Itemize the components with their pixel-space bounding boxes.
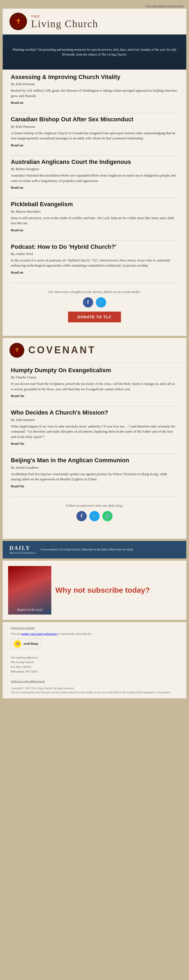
cov-articles: Humpty Dumpty On Evangelicalism By Charl… bbox=[3, 363, 186, 533]
lc-banner-text: Planning worship? Get preaching and teac… bbox=[3, 45, 186, 60]
devotionals-text: A free ministry of Living Church. Subscr… bbox=[40, 547, 134, 552]
cov-article-2-body: What might happen if we were to take ser… bbox=[11, 424, 178, 440]
cov-article-3-title: Beijing's Man in the Anglican Communion bbox=[11, 457, 178, 464]
article-2-title: Canadian Bishop Out After Sex Misconduct bbox=[11, 116, 178, 123]
donate-button[interactable]: Donate to TLC bbox=[68, 312, 121, 322]
subscribe-inner: Rejoice in the Lord Why not subscribe to… bbox=[8, 566, 181, 614]
footer-address-name: The Living Church bbox=[11, 660, 178, 665]
article-5-author: By Amber Noel bbox=[11, 252, 178, 256]
add-to-address-link[interactable]: Add us to your address book bbox=[11, 679, 45, 683]
cov-article-2-title: Who Decides A Church's Mission? bbox=[11, 409, 178, 416]
cov-article-2-author: By John Hartnett bbox=[11, 418, 178, 422]
cov-logo-text: COVENANT bbox=[28, 344, 96, 356]
cov-social-section: Follow us and never miss our daily blog:… bbox=[11, 500, 178, 529]
subscribe-headline: Why not subscribe today? bbox=[55, 586, 181, 595]
twitter-icon[interactable]: 🐦 bbox=[96, 297, 106, 307]
article-1: Assessing & Improving Church Vitality By… bbox=[11, 73, 178, 109]
cov-social-icons: f 🐦 🔗 bbox=[11, 511, 178, 521]
lc-banner-image[interactable]: Planning worship? Get preaching and teac… bbox=[3, 35, 186, 70]
lc-social-section: For more news straight to your device, f… bbox=[11, 286, 178, 326]
footer: Forward to a Friend You can update your … bbox=[3, 622, 186, 698]
article-5-title: Podcast: How to Do 'Hybrid Church?' bbox=[11, 243, 178, 250]
cov-article-2-read-on[interactable]: Read On bbox=[11, 441, 24, 446]
article-3-body: Australia's National Reconciliation Week… bbox=[11, 173, 178, 183]
cov-twitter-icon[interactable]: 🐦 bbox=[90, 511, 99, 521]
lc-social-icons: f 🐦 bbox=[11, 297, 178, 307]
mailchimp-icon: 🐵 bbox=[14, 640, 21, 648]
cov-article-1-read-on[interactable]: Read On bbox=[11, 394, 24, 398]
article-3-title: Australian Anglicans Court the Indigenou… bbox=[11, 159, 178, 165]
cov-header: COVENANT bbox=[3, 338, 186, 363]
article-4-title: Pickleball Evangelism bbox=[11, 201, 178, 208]
cov-logo-icon bbox=[10, 343, 24, 358]
article-2-read-on[interactable]: Read on bbox=[11, 143, 23, 148]
footer-copyright: Copyright © 2021 The Living Church. All … bbox=[11, 686, 178, 694]
cov-article-3-author: By David Goodhew bbox=[11, 466, 178, 470]
cov-article-1-body: If you do not start from the Scriptures,… bbox=[11, 381, 178, 391]
article-2: Canadian Bishop Out After Sex Misconduct… bbox=[11, 116, 178, 151]
devotionals-daily-label: DAILY bbox=[10, 545, 37, 551]
devotionals-logo: DAILY DEVOTIONALS bbox=[10, 545, 37, 554]
cov-article-1: Humpty Dumpty On Evangelicalism By Charl… bbox=[11, 367, 178, 402]
devotionals-label: DEVOTIONALS bbox=[10, 551, 37, 554]
lc-logo-text: The Living Church bbox=[31, 14, 98, 29]
cov-article-1-author: By Charlie Clauss bbox=[11, 375, 178, 380]
article-4: Pickleball Evangelism By Marcia Hotchkis… bbox=[11, 201, 178, 236]
facebook-icon[interactable]: f bbox=[83, 297, 93, 307]
cov-article-3-read-on[interactable]: Read On bbox=[11, 484, 24, 488]
subscribe-img-label: Rejoice in the Lord bbox=[17, 608, 42, 612]
cov-link-icon[interactable]: 🔗 bbox=[103, 511, 112, 521]
view-in-browser-link[interactable]: View this email in your browser bbox=[146, 4, 184, 7]
lc-articles: Assessing & Improving Church Vitality By… bbox=[3, 70, 186, 331]
mailchimp-badge: 🐵 mailchimp bbox=[11, 638, 41, 649]
devotionals-banner: DAILY DEVOTIONALS A free ministry of Liv… bbox=[3, 541, 186, 558]
article-1-body: Backed by a $1 million Lilly grant, the … bbox=[11, 88, 178, 99]
forward-link[interactable]: Forward to a Friend bbox=[11, 626, 35, 629]
cov-article-3-body: Archbishop Paul Kwong has consistently s… bbox=[11, 471, 178, 482]
article-5-body: In the second of a series of podcasts on… bbox=[11, 258, 178, 268]
living-church-section: The Living Church Planning worship? Get … bbox=[3, 9, 186, 336]
article-2-body: A former bishop of the Anglican Church o… bbox=[11, 130, 178, 141]
subscribe-text: Why not subscribe today? bbox=[55, 586, 181, 595]
lc-logo-icon bbox=[10, 13, 27, 30]
lc-social-text: For more news straight to your device, f… bbox=[11, 290, 178, 294]
article-2-author: By Kirk Petersen bbox=[11, 124, 178, 129]
article-3-read-on[interactable]: Read on bbox=[11, 185, 23, 190]
article-4-author: By Marcia Hotchkiss bbox=[11, 209, 178, 214]
subscribe-section: Rejoice in the Lord Why not subscribe to… bbox=[3, 561, 186, 620]
footer-links: Forward to a Friend bbox=[11, 626, 178, 629]
footer-address-city: Milwaukee, WI 53203 bbox=[11, 669, 178, 674]
article-1-author: By Kirk Petersen bbox=[11, 82, 178, 86]
article-5-read-on[interactable]: Read on bbox=[11, 270, 23, 275]
article-4-read-on[interactable]: Read on bbox=[11, 228, 23, 232]
cov-article-3: Beijing's Man in the Anglican Communion … bbox=[11, 457, 178, 492]
footer-address: Our mailing address is: The Living Churc… bbox=[11, 655, 178, 684]
article-3: Australian Anglicans Court the Indigenou… bbox=[11, 159, 178, 194]
article-4-body: Jesus is still attractive, even in the m… bbox=[11, 215, 178, 226]
lc-logo-main: Living Church bbox=[31, 19, 98, 29]
article-1-title: Assessing & Improving Church Vitality bbox=[11, 73, 178, 81]
subscribe-image: Rejoice in the Lord bbox=[8, 566, 51, 614]
cov-article-1-title: Humpty Dumpty On Evangelicalism bbox=[11, 367, 178, 374]
cov-article-2: Who Decides A Church's Mission? By John … bbox=[11, 409, 178, 450]
covenant-section: COVENANT Humpty Dumpty On Evangelicalism… bbox=[3, 338, 186, 539]
footer-prefs-text: You can update your email preferences or… bbox=[11, 632, 178, 635]
article-3-author: By Robyn Douglass bbox=[11, 167, 178, 171]
mailchimp-label: mailchimp bbox=[24, 642, 38, 646]
cov-facebook-icon[interactable]: f bbox=[77, 511, 86, 521]
lc-header: The Living Church bbox=[3, 9, 186, 35]
cov-social-text: Follow us and never miss our daily blog: bbox=[11, 503, 178, 508]
article-1-read-on[interactable]: Read on bbox=[11, 100, 23, 105]
article-5: Podcast: How to Do 'Hybrid Church?' By A… bbox=[11, 243, 178, 279]
preferences-link[interactable]: update your email preferences bbox=[21, 632, 57, 635]
footer-address-po: P.O. Box 510705 bbox=[11, 665, 178, 670]
